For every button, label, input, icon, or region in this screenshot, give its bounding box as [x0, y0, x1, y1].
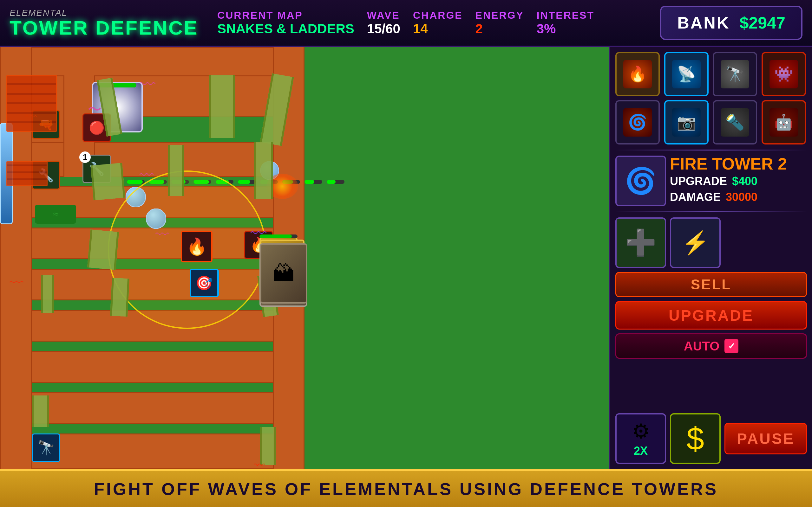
tower-grid-row2: 🌀 📷 🔦 🤖 — [615, 100, 807, 145]
ladder-10 — [110, 278, 130, 317]
bank-value: $2947 — [740, 13, 785, 32]
current-map-label: CURRENT MAP — [217, 9, 303, 21]
snake-2: 〜 — [88, 100, 101, 119]
snake-6: 〰 — [251, 224, 266, 243]
bank-area: BANK $2947 — [660, 6, 803, 40]
snake-7: 〰 — [9, 275, 23, 291]
damage-value: 30000 — [726, 190, 757, 204]
auto-row: AUTO ✓ — [615, 333, 807, 359]
tower-cell-2[interactable]: 📡 — [664, 52, 709, 96]
tower-cell-6[interactable]: 📷 — [664, 100, 709, 145]
bank-label: BANK — [677, 13, 730, 32]
energy-value: 2 — [475, 21, 483, 37]
money-button[interactable]: $ — [670, 413, 721, 464]
dollar-icon: $ — [687, 420, 704, 457]
wave-group: WAVE 15/60 — [367, 9, 400, 37]
snake-5: 〰 — [155, 227, 169, 243]
charge-value: 14 — [413, 21, 428, 37]
auto-button[interactable]: AUTO ✓ — [615, 333, 807, 359]
tower-cell-4[interactable]: 👾 — [762, 52, 806, 96]
upgrade-cost: $400 — [732, 175, 757, 188]
selected-fire-tower[interactable]: 🔥 — [181, 231, 212, 262]
tower-grid-row1: 🔥 📡 🔭 👾 — [615, 52, 807, 96]
enemy-blob — [125, 187, 146, 207]
ladder-12 — [32, 395, 49, 427]
auto-checkmark: ✓ — [724, 339, 739, 353]
damage-row: DAMAGE 30000 — [670, 190, 807, 204]
topbar: Elemental Tower Defence CURRENT MAP SNAK… — [0, 0, 812, 47]
enemy-health-bars — [127, 180, 345, 184]
map-name: SNAKES & LADDERS — [217, 21, 354, 37]
pause-button[interactable]: PAUSE — [724, 423, 807, 454]
lightning-icon[interactable]: ⚡ — [670, 217, 721, 268]
speed-icon: ⚙ — [632, 419, 650, 443]
energy-group: ENERGY 2 — [475, 9, 524, 37]
upgrade-button[interactable]: UPGRADE — [615, 301, 807, 330]
ladder-2 — [209, 75, 235, 138]
map-tower-bottom-1[interactable]: 🔭 — [32, 434, 60, 462]
interest-label: INTEREST — [537, 9, 595, 21]
obstacle-1 — [6, 75, 57, 132]
wave-value: 15/60 — [367, 21, 400, 37]
selected-tower-row: 🌀 FIRE TOWER 2 UPGRADE $400 DAMAGE 30000 — [615, 156, 807, 206]
sidebar-divider-2 — [615, 211, 807, 212]
snake-9: 〰 — [254, 459, 265, 469]
map-tower-bottom-selected[interactable]: 🎯 — [190, 269, 218, 297]
ladder-4 — [254, 142, 273, 199]
ladder-8 — [41, 275, 54, 313]
action-icons-row: ➕ ⚡ — [615, 217, 807, 268]
upgrade-cost-row: UPGRADE $400 — [670, 175, 807, 188]
sell-button[interactable]: SELL — [615, 272, 807, 297]
game-map[interactable]: 🔴 🔫 🔧 1 🔧 — [0, 47, 609, 469]
tower-cell-7[interactable]: 🔦 — [713, 100, 757, 145]
tower-cell-3[interactable]: 🔭 — [713, 52, 757, 96]
enemy-blob — [146, 209, 166, 229]
ladder-7 — [87, 229, 119, 270]
upgrade-label: UPGRADE — [670, 175, 727, 188]
tower-cell-1[interactable]: 🔥 — [615, 52, 660, 96]
energy-label: ENERGY — [475, 9, 524, 21]
ladder-5 — [168, 145, 184, 196]
speed-label: 2X — [634, 444, 648, 458]
tower-name: FIRE TOWER 2 — [670, 156, 807, 172]
sidebar-bottom: ⚙ 2X $ PAUSE — [615, 413, 807, 464]
interest-value: 3% — [537, 21, 556, 37]
selected-tower-image: 🌀 — [615, 156, 666, 206]
health-pack-icon[interactable]: ➕ — [615, 217, 666, 268]
tower-cell-8[interactable]: 🤖 — [762, 100, 806, 145]
bottombar: FIGHT OFF WAVES OF ELEMENTALS USING DEFE… — [0, 469, 812, 507]
obstacle-2 — [6, 161, 48, 186]
snake-4: 〰 — [140, 167, 154, 183]
speed-button[interactable]: ⚙ 2X — [615, 413, 666, 464]
tower-cell-5[interactable]: 🌀 — [615, 100, 660, 145]
wave-label: WAVE — [367, 9, 400, 21]
damage-label: DAMAGE — [670, 190, 721, 204]
rock-box-2[interactable]: 🏔 — [260, 243, 307, 303]
selected-tower-info: FIRE TOWER 2 UPGRADE $400 DAMAGE 30000 — [670, 156, 807, 204]
charge-label: CHARGE — [413, 9, 463, 21]
current-map-group: CURRENT MAP SNAKES & LADDERS — [217, 9, 354, 37]
ladder-6 — [90, 163, 125, 200]
grass-patch-1: ≈ — [35, 205, 76, 224]
bottom-text: FIGHT OFF WAVES OF ELEMENTALS USING DEFE… — [94, 479, 718, 499]
main-area: 🔴 🔫 🔧 1 🔧 — [0, 47, 812, 469]
interest-group: INTEREST 3% — [537, 9, 595, 37]
sidebar-divider-1 — [615, 150, 807, 151]
logo-main: Tower Defence — [9, 18, 198, 38]
charge-group: CHARGE 14 — [413, 9, 463, 37]
snake-1: 〰 — [140, 75, 155, 94]
logo-area: Elemental Tower Defence — [9, 8, 198, 38]
auto-label: AUTO — [684, 339, 720, 353]
sidebar: 🔥 📡 🔭 👾 🌀 📷 🔦 🤖 — [609, 47, 812, 469]
